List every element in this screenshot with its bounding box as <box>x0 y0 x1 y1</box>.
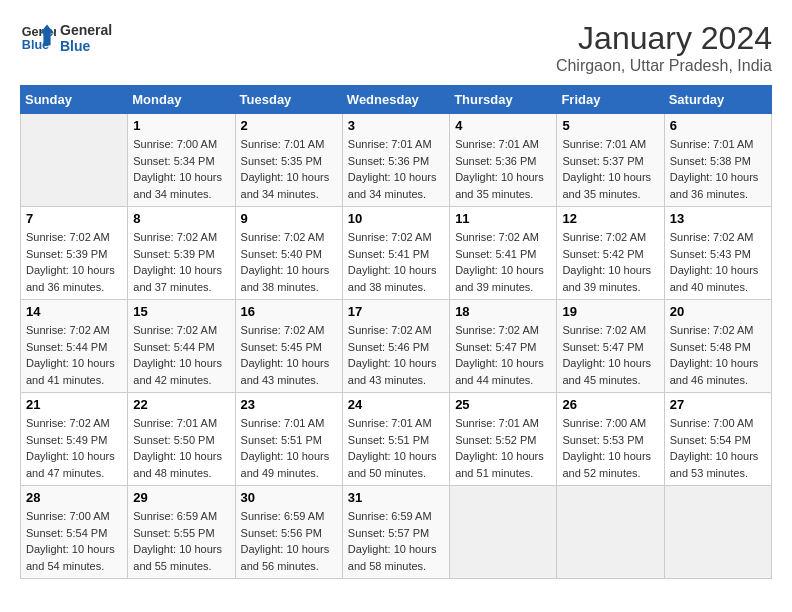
day-info: Sunrise: 7:02 AM Sunset: 5:40 PM Dayligh… <box>241 229 337 295</box>
calendar-cell: 10Sunrise: 7:02 AM Sunset: 5:41 PM Dayli… <box>342 207 449 300</box>
day-number: 17 <box>348 304 444 319</box>
day-info: Sunrise: 7:02 AM Sunset: 5:47 PM Dayligh… <box>562 322 658 388</box>
calendar-cell: 2Sunrise: 7:01 AM Sunset: 5:35 PM Daylig… <box>235 114 342 207</box>
day-info: Sunrise: 7:02 AM Sunset: 5:39 PM Dayligh… <box>133 229 229 295</box>
calendar-subtitle: Chirgaon, Uttar Pradesh, India <box>556 57 772 75</box>
day-number: 21 <box>26 397 122 412</box>
day-number: 31 <box>348 490 444 505</box>
calendar-cell: 1Sunrise: 7:00 AM Sunset: 5:34 PM Daylig… <box>128 114 235 207</box>
calendar-cell: 28Sunrise: 7:00 AM Sunset: 5:54 PM Dayli… <box>21 486 128 579</box>
day-info: Sunrise: 6:59 AM Sunset: 5:55 PM Dayligh… <box>133 508 229 574</box>
calendar-table: SundayMondayTuesdayWednesdayThursdayFrid… <box>20 85 772 579</box>
page-header: General Blue General Blue January 2024 C… <box>20 20 772 75</box>
calendar-cell <box>21 114 128 207</box>
day-number: 15 <box>133 304 229 319</box>
day-info: Sunrise: 7:02 AM Sunset: 5:43 PM Dayligh… <box>670 229 766 295</box>
calendar-cell: 4Sunrise: 7:01 AM Sunset: 5:36 PM Daylig… <box>450 114 557 207</box>
day-info: Sunrise: 7:01 AM Sunset: 5:38 PM Dayligh… <box>670 136 766 202</box>
day-number: 26 <box>562 397 658 412</box>
header-cell-saturday: Saturday <box>664 86 771 114</box>
calendar-cell: 5Sunrise: 7:01 AM Sunset: 5:37 PM Daylig… <box>557 114 664 207</box>
day-info: Sunrise: 7:00 AM Sunset: 5:53 PM Dayligh… <box>562 415 658 481</box>
calendar-cell <box>557 486 664 579</box>
week-row-1: 7Sunrise: 7:02 AM Sunset: 5:39 PM Daylig… <box>21 207 772 300</box>
header-cell-tuesday: Tuesday <box>235 86 342 114</box>
calendar-cell: 3Sunrise: 7:01 AM Sunset: 5:36 PM Daylig… <box>342 114 449 207</box>
day-info: Sunrise: 7:00 AM Sunset: 5:54 PM Dayligh… <box>26 508 122 574</box>
calendar-cell: 7Sunrise: 7:02 AM Sunset: 5:39 PM Daylig… <box>21 207 128 300</box>
day-number: 22 <box>133 397 229 412</box>
day-number: 24 <box>348 397 444 412</box>
day-info: Sunrise: 7:01 AM Sunset: 5:36 PM Dayligh… <box>348 136 444 202</box>
day-info: Sunrise: 7:02 AM Sunset: 5:39 PM Dayligh… <box>26 229 122 295</box>
day-number: 14 <box>26 304 122 319</box>
calendar-cell: 30Sunrise: 6:59 AM Sunset: 5:56 PM Dayli… <box>235 486 342 579</box>
week-row-2: 14Sunrise: 7:02 AM Sunset: 5:44 PM Dayli… <box>21 300 772 393</box>
day-number: 3 <box>348 118 444 133</box>
day-info: Sunrise: 7:01 AM Sunset: 5:51 PM Dayligh… <box>241 415 337 481</box>
title-block: January 2024 Chirgaon, Uttar Pradesh, In… <box>556 20 772 75</box>
day-info: Sunrise: 7:02 AM Sunset: 5:45 PM Dayligh… <box>241 322 337 388</box>
logo-line2: Blue <box>60 38 112 54</box>
day-number: 11 <box>455 211 551 226</box>
day-info: Sunrise: 7:01 AM Sunset: 5:36 PM Dayligh… <box>455 136 551 202</box>
calendar-cell: 11Sunrise: 7:02 AM Sunset: 5:41 PM Dayli… <box>450 207 557 300</box>
calendar-cell: 21Sunrise: 7:02 AM Sunset: 5:49 PM Dayli… <box>21 393 128 486</box>
day-info: Sunrise: 7:02 AM Sunset: 5:41 PM Dayligh… <box>348 229 444 295</box>
day-info: Sunrise: 7:02 AM Sunset: 5:44 PM Dayligh… <box>26 322 122 388</box>
day-number: 18 <box>455 304 551 319</box>
day-info: Sunrise: 7:02 AM Sunset: 5:48 PM Dayligh… <box>670 322 766 388</box>
calendar-cell: 31Sunrise: 6:59 AM Sunset: 5:57 PM Dayli… <box>342 486 449 579</box>
day-number: 16 <box>241 304 337 319</box>
day-number: 30 <box>241 490 337 505</box>
day-number: 19 <box>562 304 658 319</box>
week-row-3: 21Sunrise: 7:02 AM Sunset: 5:49 PM Dayli… <box>21 393 772 486</box>
day-number: 7 <box>26 211 122 226</box>
calendar-cell: 13Sunrise: 7:02 AM Sunset: 5:43 PM Dayli… <box>664 207 771 300</box>
day-info: Sunrise: 7:00 AM Sunset: 5:54 PM Dayligh… <box>670 415 766 481</box>
day-number: 20 <box>670 304 766 319</box>
calendar-cell <box>450 486 557 579</box>
day-info: Sunrise: 7:01 AM Sunset: 5:52 PM Dayligh… <box>455 415 551 481</box>
day-info: Sunrise: 7:00 AM Sunset: 5:34 PM Dayligh… <box>133 136 229 202</box>
header-cell-friday: Friday <box>557 86 664 114</box>
week-row-0: 1Sunrise: 7:00 AM Sunset: 5:34 PM Daylig… <box>21 114 772 207</box>
day-info: Sunrise: 7:02 AM Sunset: 5:42 PM Dayligh… <box>562 229 658 295</box>
day-info: Sunrise: 7:01 AM Sunset: 5:37 PM Dayligh… <box>562 136 658 202</box>
header-cell-monday: Monday <box>128 86 235 114</box>
day-number: 27 <box>670 397 766 412</box>
week-row-4: 28Sunrise: 7:00 AM Sunset: 5:54 PM Dayli… <box>21 486 772 579</box>
day-number: 5 <box>562 118 658 133</box>
calendar-cell: 26Sunrise: 7:00 AM Sunset: 5:53 PM Dayli… <box>557 393 664 486</box>
day-number: 4 <box>455 118 551 133</box>
logo: General Blue General Blue <box>20 20 112 56</box>
header-cell-wednesday: Wednesday <box>342 86 449 114</box>
logo-icon: General Blue <box>20 20 56 56</box>
calendar-cell: 23Sunrise: 7:01 AM Sunset: 5:51 PM Dayli… <box>235 393 342 486</box>
day-number: 2 <box>241 118 337 133</box>
calendar-cell: 29Sunrise: 6:59 AM Sunset: 5:55 PM Dayli… <box>128 486 235 579</box>
day-info: Sunrise: 6:59 AM Sunset: 5:57 PM Dayligh… <box>348 508 444 574</box>
day-number: 29 <box>133 490 229 505</box>
calendar-cell: 8Sunrise: 7:02 AM Sunset: 5:39 PM Daylig… <box>128 207 235 300</box>
day-number: 28 <box>26 490 122 505</box>
calendar-cell: 25Sunrise: 7:01 AM Sunset: 5:52 PM Dayli… <box>450 393 557 486</box>
header-cell-thursday: Thursday <box>450 86 557 114</box>
day-number: 8 <box>133 211 229 226</box>
calendar-cell: 27Sunrise: 7:00 AM Sunset: 5:54 PM Dayli… <box>664 393 771 486</box>
calendar-cell: 16Sunrise: 7:02 AM Sunset: 5:45 PM Dayli… <box>235 300 342 393</box>
day-info: Sunrise: 7:02 AM Sunset: 5:41 PM Dayligh… <box>455 229 551 295</box>
day-info: Sunrise: 7:02 AM Sunset: 5:46 PM Dayligh… <box>348 322 444 388</box>
day-info: Sunrise: 7:02 AM Sunset: 5:49 PM Dayligh… <box>26 415 122 481</box>
day-number: 6 <box>670 118 766 133</box>
calendar-title: January 2024 <box>556 20 772 57</box>
calendar-cell: 19Sunrise: 7:02 AM Sunset: 5:47 PM Dayli… <box>557 300 664 393</box>
day-info: Sunrise: 7:02 AM Sunset: 5:47 PM Dayligh… <box>455 322 551 388</box>
logo-line1: General <box>60 22 112 38</box>
day-number: 25 <box>455 397 551 412</box>
day-number: 10 <box>348 211 444 226</box>
header-row: SundayMondayTuesdayWednesdayThursdayFrid… <box>21 86 772 114</box>
day-number: 9 <box>241 211 337 226</box>
calendar-cell: 12Sunrise: 7:02 AM Sunset: 5:42 PM Dayli… <box>557 207 664 300</box>
calendar-cell <box>664 486 771 579</box>
